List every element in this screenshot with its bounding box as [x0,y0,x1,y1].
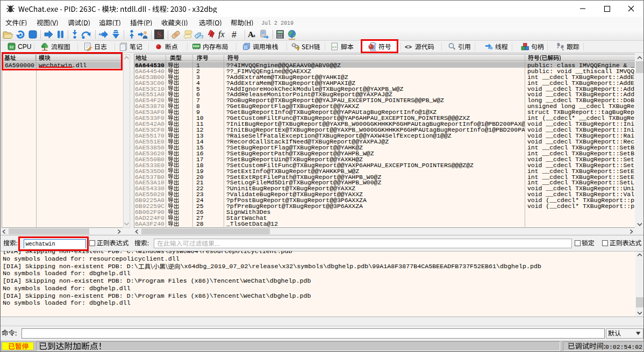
svg-text:!: ! [298,48,298,51]
svg-text:fx: fx [218,30,225,39]
svg-text:32: 32 [9,45,13,49]
svg-text:z: z [253,33,255,38]
svg-text:S: S [157,30,161,39]
svg-text:<>: <> [332,45,337,49]
svg-text:<>: <> [405,44,412,51]
svg-text:#: # [232,30,237,39]
